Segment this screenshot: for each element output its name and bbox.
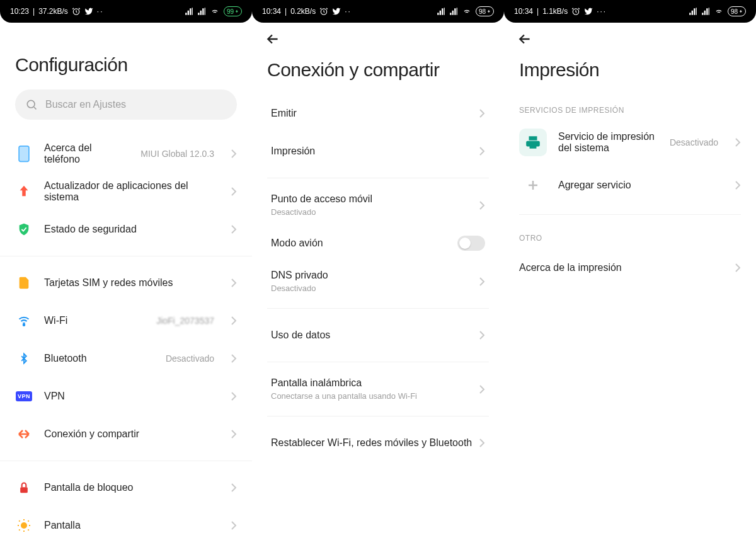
plus-icon xyxy=(519,171,547,199)
twitter-icon xyxy=(332,7,341,16)
printing-screen: 10:34 | 1.1kB/s ··· 98 Impresión SERVICI… xyxy=(504,0,756,545)
alarm-icon xyxy=(72,7,81,16)
bluetooth-row[interactable]: Bluetooth Desactivado xyxy=(15,340,237,377)
twitter-icon xyxy=(84,7,93,16)
alarm-icon xyxy=(571,7,580,16)
status-bar: 10:23 | 37.2kB/s ·· 99 xyxy=(0,0,252,23)
chevron-right-icon xyxy=(231,520,237,531)
signal-icon xyxy=(185,7,193,16)
row-label: Acerca del teléfono xyxy=(44,142,129,165)
sim-cards-row[interactable]: Tarjetas SIM y redes móviles xyxy=(15,264,237,302)
search-input[interactable]: Buscar en Ajustes xyxy=(15,89,237,120)
shield-icon xyxy=(15,221,33,238)
chevron-right-icon xyxy=(735,263,741,273)
svg-point-3 xyxy=(23,324,25,326)
status-time: 10:34 xyxy=(262,7,281,16)
separator xyxy=(0,256,252,256)
signal-icon-2 xyxy=(197,7,206,16)
back-button[interactable] xyxy=(517,31,533,47)
chevron-right-icon xyxy=(231,149,237,159)
data-usage-row[interactable]: Uso de datos xyxy=(267,316,489,354)
row-label: Pantalla inalámbrica xyxy=(271,377,479,389)
status-speed: 37.2kB/s xyxy=(38,7,68,16)
separator xyxy=(267,362,489,362)
status-speed: 0.2kB/s xyxy=(290,7,316,16)
more-dots: ··· xyxy=(597,7,607,16)
nav-bar xyxy=(252,23,504,55)
chevron-right-icon xyxy=(479,146,485,156)
battery-indicator: 98 xyxy=(476,6,494,16)
chevron-right-icon xyxy=(231,429,237,439)
chevron-right-icon xyxy=(231,391,237,401)
display-row[interactable]: Pantalla xyxy=(15,507,237,544)
bluetooth-icon xyxy=(15,350,33,367)
row-value: Desactivado xyxy=(166,353,214,364)
more-dots: ·· xyxy=(97,7,104,16)
chevron-right-icon xyxy=(231,483,237,493)
reset-network-row[interactable]: Restablecer Wi-Fi, redes móviles y Bluet… xyxy=(267,424,489,462)
lock-icon xyxy=(15,479,33,496)
vpn-icon: VPN xyxy=(15,387,33,405)
row-label: Punto de acceso móvil xyxy=(271,193,479,205)
wifi-icon xyxy=(15,312,33,330)
search-icon xyxy=(25,98,38,111)
wifi-status-icon xyxy=(210,7,220,16)
row-label: Restablecer Wi-Fi, redes móviles y Bluet… xyxy=(271,437,479,449)
status-time: 10:34 xyxy=(514,7,533,16)
row-label: Impresión xyxy=(271,146,479,157)
twitter-icon xyxy=(584,7,593,16)
connection-sharing-row[interactable]: Conexión y compartir xyxy=(15,415,237,453)
row-label: Estado de seguridad xyxy=(44,224,219,235)
hotspot-row[interactable]: Punto de acceso móvil Desactivado xyxy=(267,186,489,224)
chevron-right-icon xyxy=(231,316,237,326)
chevron-right-icon xyxy=(735,180,741,190)
security-status-row[interactable]: Estado de seguridad xyxy=(15,210,237,248)
row-label: Bluetooth xyxy=(44,353,154,364)
cast-row[interactable]: Emitir xyxy=(267,95,489,132)
settings-screen: 10:23 | 37.2kB/s ·· 99 Configuración Bus… xyxy=(0,0,252,545)
signal-icon xyxy=(437,7,445,16)
row-label: Servicio de impresión del sistema xyxy=(558,131,658,154)
svg-rect-2 xyxy=(19,146,29,162)
lock-screen-row[interactable]: Pantalla de bloqueo xyxy=(15,469,237,507)
chevron-right-icon xyxy=(231,186,237,197)
nav-bar xyxy=(504,23,756,55)
printing-row[interactable]: Impresión xyxy=(267,132,489,170)
airplane-toggle[interactable] xyxy=(457,236,485,251)
chevron-right-icon xyxy=(479,108,485,118)
signal-icon xyxy=(689,7,697,16)
private-dns-row[interactable]: DNS privado Desactivado xyxy=(267,262,489,301)
system-apps-updater-row[interactable]: Actualizador de aplicaciones del sistema xyxy=(15,173,237,210)
wireless-display-row[interactable]: Pantalla inalámbrica Conectarse a una pa… xyxy=(267,370,489,408)
row-label: Actualizador de aplicaciones del sistema xyxy=(44,180,219,203)
vpn-row[interactable]: VPN VPN xyxy=(15,377,237,415)
chevron-right-icon xyxy=(231,224,237,234)
status-time: 10:23 xyxy=(10,7,29,16)
about-phone-row[interactable]: Acerca del teléfono MIUI Global 12.0.3 xyxy=(15,135,237,173)
status-bar: 10:34 | 1.1kB/s ··· 98 xyxy=(504,0,756,23)
signal-icon-2 xyxy=(449,7,458,16)
row-label: Acerca de la impresión xyxy=(519,262,735,273)
about-printing-row[interactable]: Acerca de la impresión xyxy=(519,249,741,287)
chevron-right-icon xyxy=(479,438,485,448)
wifi-row[interactable]: Wi-Fi JioFi_2073537 xyxy=(15,302,237,340)
row-label: Pantalla de bloqueo xyxy=(44,482,219,493)
wifi-status-icon xyxy=(462,7,472,16)
back-button[interactable] xyxy=(265,31,281,47)
row-label: Agregar servicio xyxy=(558,180,723,191)
separator xyxy=(519,214,741,215)
airplane-mode-row[interactable]: Modo avión xyxy=(267,224,489,262)
row-label: Modo avión xyxy=(271,238,457,249)
row-label: Tarjetas SIM y redes móviles xyxy=(44,277,219,289)
status-bar: 10:34 | 0.2kB/s ·· 98 xyxy=(252,0,504,23)
battery-indicator: 99 xyxy=(224,6,242,16)
separator xyxy=(267,308,489,309)
connection-share-screen: 10:34 | 0.2kB/s ·· 98 Conexión y compart… xyxy=(252,0,504,545)
section-header: SERVICIOS DE IMPRESIÓN xyxy=(519,95,741,121)
signal-icon-2 xyxy=(701,7,710,16)
chevron-right-icon xyxy=(479,277,485,287)
chevron-right-icon xyxy=(479,330,485,340)
row-label: Pantalla xyxy=(44,520,219,531)
default-print-service-row[interactable]: Servicio de impresión del sistema Desact… xyxy=(519,121,741,164)
add-service-row[interactable]: Agregar servicio xyxy=(519,164,741,207)
